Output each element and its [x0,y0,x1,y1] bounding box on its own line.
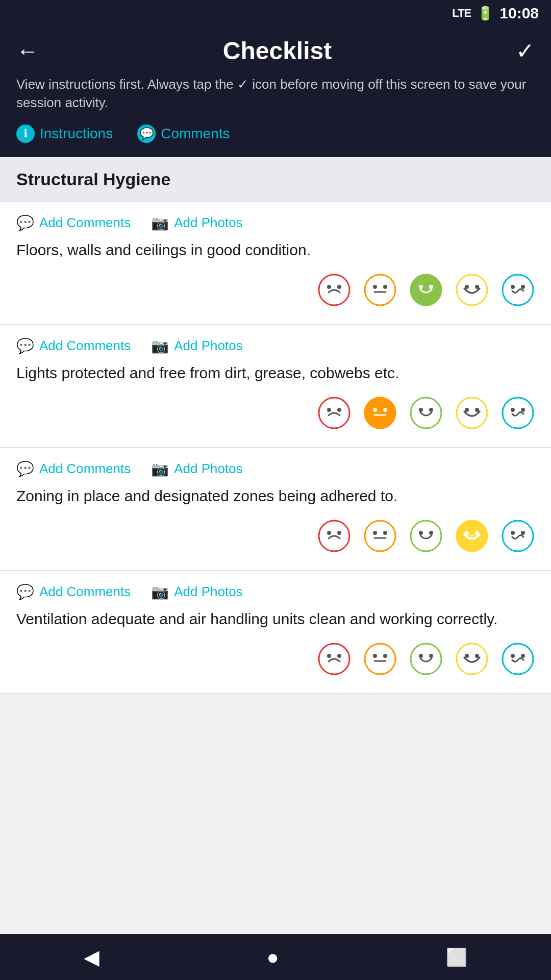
emoji-happy-button[interactable] [409,642,443,678]
emoji-sad-button[interactable] [317,519,351,555]
svg-point-16 [327,408,331,412]
svg-point-17 [337,408,341,412]
emoji-very-happy-button[interactable] [455,642,489,678]
comment-bubble-icon: 💬 [137,125,156,143]
svg-point-34 [373,531,377,535]
emoji-confused-button[interactable] [501,642,535,678]
emoji-confused-button[interactable] [501,519,535,555]
instructions-label: Instructions [40,126,113,142]
page-title: Checklist [223,37,332,65]
camera-icon: 📷 [151,460,169,477]
svg-point-21 [411,398,441,428]
svg-point-7 [419,285,423,289]
svg-point-55 [465,654,469,658]
checklist-item: 💬Add Comments📷Add PhotosFloors, walls an… [0,202,551,325]
rating-row [16,519,535,555]
emoji-happy-button[interactable] [409,273,443,309]
item-text: Lights protected and free from dirt, gre… [16,362,535,384]
rating-row [16,396,535,432]
svg-point-44 [521,531,525,535]
svg-point-47 [337,654,341,658]
camera-icon: 📷 [151,337,169,354]
add-photos-link[interactable]: 📷Add Photos [151,583,242,600]
emoji-neutral-button[interactable] [363,273,397,309]
header-links: ℹ Instructions 💬 Comments [16,125,535,143]
svg-point-52 [419,654,423,658]
svg-point-43 [511,531,515,535]
item-text: Ventilation adequate and air handling un… [16,608,535,630]
emoji-neutral-button[interactable] [363,519,397,555]
svg-point-18 [365,398,395,428]
item-actions: 💬Add Comments📷Add Photos [16,214,535,231]
svg-point-25 [465,408,469,412]
emoji-confused-button[interactable] [501,396,535,432]
camera-icon: 📷 [151,214,169,231]
rating-row [16,273,535,309]
nav-home-button[interactable] [266,946,279,969]
rating-row [16,642,535,678]
comments-link[interactable]: 💬 Comments [137,125,230,143]
svg-point-53 [429,654,433,658]
svg-point-35 [383,531,387,535]
emoji-neutral-button[interactable] [363,642,397,678]
svg-point-13 [511,285,515,289]
emoji-sad-button[interactable] [317,396,351,432]
header: ← Checklist ✓ View instructions first. A… [0,27,551,157]
svg-point-58 [511,654,515,658]
svg-point-28 [511,408,515,412]
svg-point-49 [373,654,377,658]
svg-point-59 [521,654,525,658]
emoji-neutral-button[interactable] [363,396,397,432]
info-icon: ℹ [16,125,35,143]
svg-point-36 [411,521,441,551]
svg-point-6 [411,275,441,305]
lte-icon: LTE [452,7,471,20]
save-check-button[interactable]: ✓ [516,38,535,64]
emoji-happy-button[interactable] [409,396,443,432]
instructions-link[interactable]: ℹ Instructions [16,125,113,143]
nav-back-button[interactable] [84,945,99,969]
time-display: 10:08 [499,5,539,22]
emoji-happy-button[interactable] [409,519,443,555]
comments-label: Comments [161,126,230,142]
nav-recents-button[interactable] [446,947,467,967]
back-button[interactable]: ← [16,38,39,64]
svg-point-56 [475,654,479,658]
svg-point-8 [429,285,433,289]
svg-point-26 [475,408,479,412]
status-bar: LTE 🔋 10:08 [0,0,551,27]
battery-icon: 🔋 [477,6,493,21]
svg-point-23 [429,408,433,412]
svg-point-22 [419,408,423,412]
emoji-very-happy-button[interactable] [455,273,489,309]
emoji-very-happy-button[interactable] [455,396,489,432]
svg-point-4 [373,285,377,289]
add-photos-link[interactable]: 📷Add Photos [151,460,242,477]
svg-point-9 [457,275,487,305]
add-photos-link[interactable]: 📷Add Photos [151,337,242,354]
checklist-item: 💬Add Comments📷Add PhotosZoning in place … [0,448,551,571]
section-header: Structural Hygiene [0,157,551,202]
bottom-nav [0,934,551,980]
svg-point-5 [383,285,387,289]
item-text: Zoning in place and designated zones bei… [16,485,535,507]
emoji-very-happy-button[interactable] [455,519,489,555]
svg-point-24 [457,398,487,428]
emoji-sad-button[interactable] [317,642,351,678]
svg-point-46 [327,654,331,658]
emoji-confused-button[interactable] [501,273,535,309]
add-photos-link[interactable]: 📷Add Photos [151,214,242,231]
status-icons: LTE 🔋 10:08 [452,5,539,22]
add-comments-link[interactable]: 💬Add Comments [16,583,131,600]
add-comments-link[interactable]: 💬Add Comments [16,337,131,354]
svg-point-14 [521,285,525,289]
emoji-sad-button[interactable] [317,273,351,309]
checklist-items: 💬Add Comments📷Add PhotosFloors, walls an… [0,202,551,694]
svg-point-20 [383,408,387,412]
svg-point-41 [475,531,479,535]
add-comments-link[interactable]: 💬Add Comments [16,214,131,231]
comment-icon: 💬 [16,214,34,231]
item-actions: 💬Add Comments📷Add Photos [16,583,535,600]
add-comments-link[interactable]: 💬Add Comments [16,460,131,477]
item-actions: 💬Add Comments📷Add Photos [16,460,535,477]
